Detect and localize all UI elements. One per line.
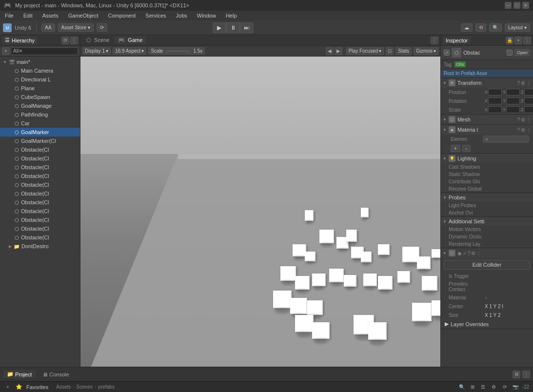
inspector-lock-btn[interactable]: 🔒 [506,37,513,44]
hierarchy-item[interactable]: ⬡Directional L [0,75,80,84]
add-hierarchy-btn[interactable]: + [2,47,10,55]
material-circle-btn[interactable]: ○ [485,295,488,300]
scale-control[interactable]: Scale 1.5x [148,47,205,55]
hierarchy-item[interactable]: ⬡Obstacle(Cl [0,180,80,189]
menu-help[interactable]: Help [224,12,239,19]
game-view-canvas[interactable] [80,57,440,367]
material-more-btn[interactable]: ⋮ [526,127,531,133]
pause-button[interactable]: ⏸ [226,22,240,33]
collider-check-btn[interactable]: ✓ [463,251,467,256]
aspect-ratio-select[interactable]: 16:9 Aspect ▾ [113,47,146,55]
hierarchy-item[interactable]: ⬡GoalMarker [0,128,80,137]
material-add-btn[interactable]: + [451,145,460,152]
breadcrumb-assets[interactable]: Assets [56,384,71,390]
prev-btn[interactable]: ◀ [326,47,334,55]
hierarchy-item[interactable]: ⬡Obstacle(Cl [0,216,80,224]
scale-x[interactable] [488,106,502,113]
hierarchy-item[interactable]: ⬡Obstacle(Cl [0,189,80,198]
object-active-checkbox[interactable]: ✓ [444,50,450,56]
material-settings-btn[interactable]: ⚙ [521,127,525,133]
hierarchy-item[interactable]: ⬡Car [0,119,80,128]
add-asset-btn[interactable]: + [4,383,12,391]
hierarchy-item[interactable]: ⬡Obstacle(Cl [0,163,80,172]
mesh-question-btn[interactable]: ? [517,117,520,122]
search-button[interactable]: 🔍 [489,23,502,32]
hierarchy-item[interactable]: ⬡Obstacle(Cl [0,145,80,154]
additional-settings-header[interactable]: ▼ Additional Setti [441,217,533,226]
hierarchy-tab[interactable]: ☰ Hierarchy [2,36,38,44]
aa-button[interactable]: AA [41,23,55,32]
scene-tab[interactable]: ⬡ Scene [82,36,113,44]
inspector-tab[interactable]: Inspector [443,37,471,44]
minimize-button[interactable]: ─ [505,2,512,9]
layer-overrides-section[interactable]: ▶ Layer Overrides [441,319,533,329]
tag-dropdown[interactable]: Obs [454,61,466,67]
play-button[interactable]: ▶ [213,22,226,33]
menu-gameobject[interactable]: GameObject [66,12,100,19]
scale-z[interactable] [524,106,533,113]
transform-more-btn[interactable]: ⋮ [526,80,531,86]
status-grid-btn[interactable]: ⊞ [469,383,476,391]
status-refresh-btn[interactable]: ⟳ [501,383,509,391]
status-camera-btn[interactable]: 📷 [512,383,519,391]
rot-x[interactable] [488,98,502,104]
hierarchy-options-btn[interactable]: ⋮ [70,37,78,44]
maximize-view-btn[interactable]: ⊡ [386,47,394,55]
breadcrumb-scenes[interactable]: Scenes [77,384,93,390]
menu-window[interactable]: Window [195,12,218,19]
rot-z[interactable] [524,98,533,104]
edit-collider-button[interactable]: Edit Collider [444,260,530,270]
cloud-button[interactable]: ☁ [461,23,473,32]
maximize-button[interactable]: □ [513,2,520,9]
collider-active-btn[interactable]: ◉ [457,251,462,256]
next-btn[interactable]: ▶ [335,47,342,55]
open-button[interactable]: Open [514,49,530,56]
status-settings-btn[interactable]: ⚙ [490,383,498,391]
lighting-header[interactable]: ▼ 💡 Lighting [441,154,533,163]
hierarchy-item[interactable]: ⬡Obstacle(Cl [0,233,80,242]
hierarchy-item[interactable]: ⬡Main Camera [0,66,80,75]
hierarchy-item[interactable]: ⬡Plane [0,84,80,93]
menu-edit[interactable]: Edit [21,12,35,19]
hierarchy-item[interactable]: ⬡GoalManage [0,101,80,110]
rot-y[interactable] [506,98,520,104]
hierarchy-item[interactable]: ⬡Obstacle(Cl [0,172,80,180]
scale-y[interactable] [506,106,520,113]
hierarchy-item[interactable]: ⬡GoalMarker(Cl [0,137,80,145]
hierarchy-content[interactable]: ▼🎬main*⬡Main Camera⬡Directional L⬡Plane⬡… [0,57,80,367]
hierarchy-item[interactable]: ⬡CubeSpawn [0,93,80,101]
probes-header[interactable]: ▼ Probes [441,193,533,202]
inspector-options-btn[interactable]: ⋮ [523,37,531,44]
status-list-btn[interactable]: ☰ [479,383,487,391]
pos-y[interactable] [506,89,520,96]
console-tab[interactable]: 🖥 Console [39,371,73,378]
breadcrumb-prefabs[interactable]: prefabs [98,384,114,390]
menu-services[interactable]: Services [143,12,168,19]
transform-gear-btn[interactable]: ⚙ [521,80,525,86]
asset-store-button[interactable]: Asset Store ▾ [58,23,94,32]
collider-header[interactable]: ▼ ⬡ ◉ ✓ ? ⚙ ⋮ [441,248,533,258]
status-search-btn[interactable]: 🔍 [458,383,466,391]
hierarchy-refresh-btn[interactable]: ⟳ [61,37,69,44]
material-question-btn[interactable]: ? [517,127,520,133]
material-remove-btn[interactable]: - [462,145,471,152]
game-display-select[interactable]: Display 1 ▾ [82,47,111,55]
hierarchy-item[interactable]: ⬡Pathfinding [0,110,80,119]
close-button[interactable]: ✕ [522,2,529,9]
transform-header[interactable]: ▼ ⟲ Transform ? ⚙ ⋮ [441,78,533,88]
refresh-button[interactable]: ⟳ [97,23,107,32]
menu-assets[interactable]: Assets [40,12,60,19]
pos-x[interactable] [488,89,502,96]
pos-z[interactable] [524,89,533,96]
game-tab[interactable]: 🎮 Game [114,36,146,44]
menu-file[interactable]: File [3,12,16,19]
hierarchy-item[interactable]: ▼🎬main* [0,58,80,66]
bottom-more-btn[interactable]: ⋮ [522,371,530,378]
project-tab[interactable]: 📁 Project [3,370,36,378]
bottom-options-btn[interactable]: ⚙ [513,371,520,378]
stats-button[interactable]: Stats [395,47,412,55]
mesh-more-btn[interactable]: ⋮ [526,117,531,122]
inspector-add-btn[interactable]: + [514,37,522,44]
hierarchy-item[interactable]: ⬡Obstacle(Cl [0,224,80,233]
view-options-btn[interactable]: ⋮ [431,37,438,44]
